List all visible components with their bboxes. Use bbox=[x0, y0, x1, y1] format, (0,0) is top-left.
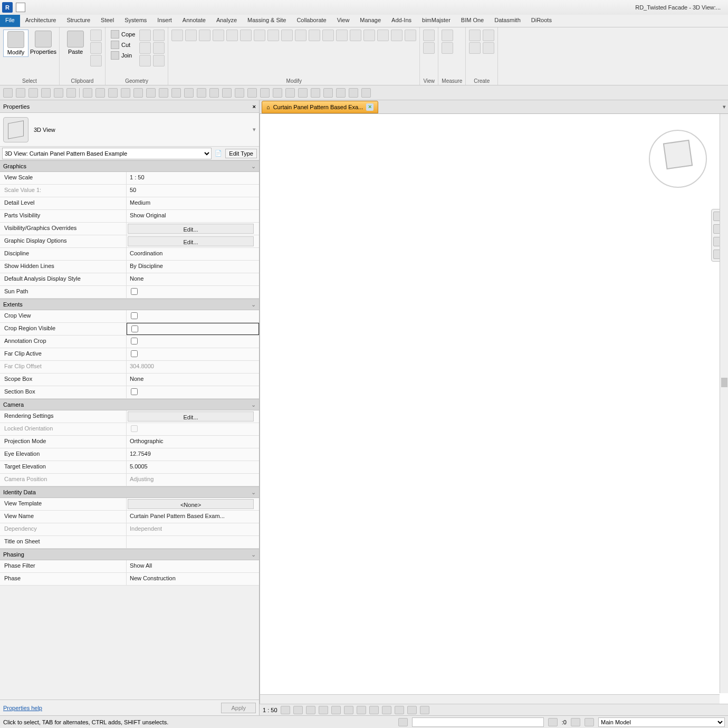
qat-tool-d-icon[interactable] bbox=[235, 88, 244, 98]
trim-icon[interactable] bbox=[240, 30, 252, 41]
view-cube[interactable] bbox=[649, 130, 707, 188]
prop-sun-path-v[interactable] bbox=[127, 286, 259, 298]
cope-button[interactable]: Cope bbox=[109, 30, 137, 39]
type-selector[interactable]: 3D View ▾ bbox=[0, 113, 259, 147]
properties-help-link[interactable]: Properties help bbox=[3, 705, 42, 711]
vertical-scrollbar[interactable] bbox=[720, 114, 728, 693]
sun-path-checkbox[interactable] bbox=[131, 288, 138, 295]
group-extents[interactable]: Extents⌄ bbox=[0, 299, 259, 310]
measure-icon[interactable] bbox=[442, 30, 453, 41]
drawing-canvas[interactable] bbox=[260, 114, 728, 704]
delete-icon[interactable] bbox=[322, 30, 334, 41]
group-camera[interactable]: Camera⌄ bbox=[0, 399, 259, 410]
analytical-icon[interactable] bbox=[407, 706, 417, 714]
geom-tool-4-icon[interactable] bbox=[153, 30, 165, 41]
prop-def-analysis-v[interactable]: None bbox=[127, 273, 259, 285]
close-tab-icon[interactable]: × bbox=[366, 103, 373, 111]
design-options-dropdown[interactable]: Main Model bbox=[598, 717, 725, 727]
tabs-dropdown-icon[interactable]: ▾ bbox=[723, 103, 726, 110]
worksets-icon[interactable] bbox=[398, 718, 408, 726]
move-icon[interactable] bbox=[336, 30, 348, 41]
prop-crop-view-v[interactable] bbox=[127, 310, 259, 322]
prop-anno-crop-v[interactable] bbox=[127, 336, 259, 348]
qat-tool-m-icon[interactable] bbox=[349, 88, 358, 98]
qat-measure-icon[interactable] bbox=[83, 88, 92, 98]
join-button[interactable]: Join bbox=[109, 51, 137, 60]
menu-analyze[interactable]: Analyze bbox=[211, 15, 242, 27]
qat-undo-icon[interactable] bbox=[41, 88, 51, 98]
scale-icon[interactable] bbox=[281, 30, 293, 41]
menu-view[interactable]: View bbox=[332, 15, 355, 27]
qat-tool-f-icon[interactable] bbox=[260, 88, 270, 98]
qat-tool-c-icon[interactable] bbox=[222, 88, 232, 98]
status-search-input[interactable] bbox=[412, 717, 544, 727]
prop-detail-level-v[interactable]: Medium bbox=[127, 197, 259, 209]
qat-close-hidden-icon[interactable] bbox=[171, 88, 181, 98]
reveal-hidden-icon[interactable] bbox=[395, 706, 404, 714]
prop-render-set-button[interactable]: Edit... bbox=[128, 411, 254, 422]
menu-steel[interactable]: Steel bbox=[95, 15, 119, 27]
prop-crop-region-v[interactable] bbox=[127, 323, 259, 335]
temp-hide-icon[interactable] bbox=[382, 706, 391, 714]
qat-tool-a-icon[interactable] bbox=[197, 88, 206, 98]
split-gap-icon[interactable] bbox=[391, 30, 403, 41]
prop-gdo-button[interactable]: Edit... bbox=[128, 236, 254, 246]
geom-tool-6-icon[interactable] bbox=[153, 55, 165, 66]
match-type-icon[interactable] bbox=[90, 55, 102, 66]
prop-phase-filter-v[interactable]: Show All bbox=[127, 560, 259, 572]
prop-view-scale-v[interactable]: 1 : 50 bbox=[127, 172, 259, 184]
qat-open-icon[interactable] bbox=[3, 88, 13, 98]
prop-discipline-v[interactable]: Coordination bbox=[127, 248, 259, 260]
crop-region-icon[interactable] bbox=[357, 706, 366, 714]
prop-proj-mode-v[interactable]: Orthographic bbox=[127, 436, 259, 448]
dimension-icon[interactable] bbox=[442, 42, 453, 54]
qat-3d-icon[interactable] bbox=[133, 88, 143, 98]
prop-target-elev-v[interactable]: 5.0005 bbox=[127, 461, 259, 473]
menu-manage[interactable]: Manage bbox=[355, 15, 386, 27]
menu-diroots[interactable]: DiRoots bbox=[526, 15, 557, 27]
crop-view-checkbox[interactable] bbox=[131, 312, 138, 319]
doc-icon[interactable] bbox=[16, 3, 25, 12]
menu-systems[interactable]: Systems bbox=[119, 15, 152, 27]
create-assembly-icon[interactable] bbox=[483, 30, 494, 41]
split-icon[interactable] bbox=[226, 30, 238, 41]
crop-view-icon[interactable] bbox=[344, 706, 353, 714]
qat-tool-j-icon[interactable] bbox=[311, 88, 320, 98]
prop-far-clip-active-v[interactable] bbox=[127, 348, 259, 360]
align-icon[interactable] bbox=[171, 30, 183, 41]
menu-massing-site[interactable]: Massing & Site bbox=[242, 15, 291, 27]
array-icon[interactable] bbox=[267, 30, 279, 41]
prop-vg-over-button[interactable]: Edit... bbox=[128, 224, 254, 234]
prop-view-tpl-button[interactable]: <None> bbox=[128, 499, 254, 509]
menu-architecture[interactable]: Architecture bbox=[20, 15, 62, 27]
edit-type-button[interactable]: Edit Type bbox=[225, 149, 257, 158]
copy-clipboard-icon[interactable] bbox=[90, 42, 102, 54]
qat-text-icon[interactable] bbox=[121, 88, 130, 98]
prop-phase-v[interactable]: New Construction bbox=[127, 573, 259, 585]
qat-tool-l-icon[interactable] bbox=[336, 88, 346, 98]
menu-file[interactable]: File bbox=[0, 15, 20, 27]
horizontal-scrollbar[interactable] bbox=[260, 694, 720, 704]
qat-tag-icon[interactable] bbox=[108, 88, 118, 98]
rendering-icon[interactable] bbox=[331, 706, 341, 714]
mirror-axis-icon[interactable] bbox=[199, 30, 210, 41]
detail-level-icon[interactable] bbox=[281, 706, 290, 714]
group-graphics[interactable]: Graphics⌄ bbox=[0, 160, 259, 172]
shadows-icon[interactable] bbox=[319, 706, 328, 714]
apply-button[interactable]: Apply bbox=[221, 703, 256, 713]
geom-tool-5-icon[interactable] bbox=[153, 42, 165, 54]
properties-button[interactable]: Properties bbox=[31, 30, 56, 56]
geom-tool-3-icon[interactable] bbox=[139, 55, 151, 66]
copy-icon[interactable] bbox=[350, 30, 361, 41]
view-scale-display[interactable]: 1 : 50 bbox=[263, 707, 277, 713]
pin-icon[interactable] bbox=[295, 30, 306, 41]
far-clip-checkbox[interactable] bbox=[131, 350, 138, 357]
prop-parts-vis-v[interactable]: Show Original bbox=[127, 210, 259, 222]
geom-tool-2-icon[interactable] bbox=[139, 42, 151, 54]
qat-section-icon[interactable] bbox=[146, 88, 156, 98]
prop-eye-elev-v[interactable]: 12.7549 bbox=[127, 448, 259, 461]
trim-corner-icon[interactable] bbox=[377, 30, 389, 41]
status-tool-a-icon[interactable] bbox=[571, 718, 580, 726]
qat-tool-i-icon[interactable] bbox=[298, 88, 308, 98]
modify-button[interactable]: Modify bbox=[3, 30, 28, 57]
